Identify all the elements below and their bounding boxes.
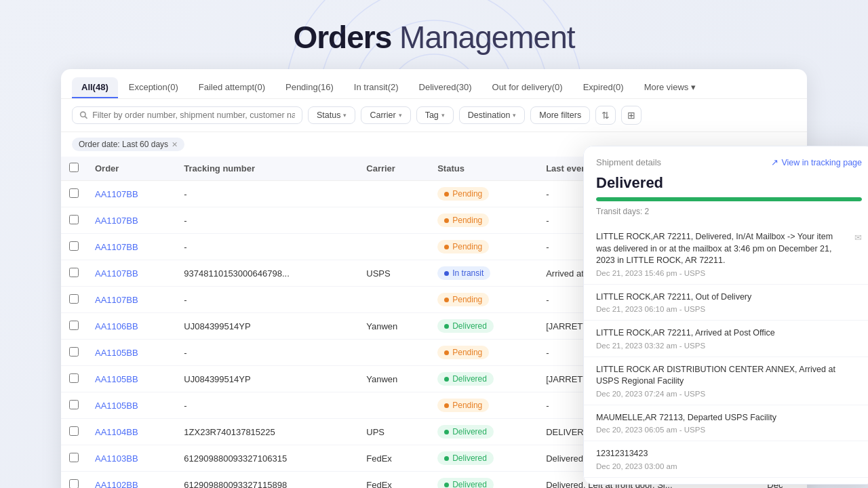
order-link-8[interactable]: AA1105BB: [95, 401, 138, 411]
order-link-2[interactable]: AA1107BB: [95, 242, 138, 252]
mail-icon: ✉: [854, 232, 862, 243]
tab-8[interactable]: More views ▾: [635, 77, 705, 98]
sort-icon-btn[interactable]: ⇅: [595, 106, 616, 125]
row-checkbox-1[interactable]: [69, 215, 79, 224]
col-status: Status: [429, 157, 538, 181]
status-badge-6: Pending: [437, 346, 489, 359]
tab-7[interactable]: Expired(0): [574, 77, 633, 98]
tracking-11: 612909880093327115898: [176, 472, 358, 489]
toolbar: Status ▾ Carrier ▾ Tag ▾ Destination ▾ M…: [61, 99, 807, 132]
timeline-item-6: Custom tracking info测试2测试2测试2测试2Custom t…: [584, 478, 868, 485]
chip-label: Order date: Last 60 days: [79, 140, 168, 149]
search-input[interactable]: [92, 110, 295, 120]
transit-days: Transit days: 2: [584, 204, 868, 222]
title-light: Management: [391, 20, 574, 55]
tab-0[interactable]: All(48): [72, 77, 118, 98]
search-wrap: [72, 106, 302, 124]
timeline-event-0: LITTLE ROCK,AR 72211, Delivered, In/At M…: [596, 231, 862, 267]
carrier-10: FedEx: [358, 445, 429, 472]
status-badge-5: Delivered: [437, 319, 494, 333]
order-link-3[interactable]: AA1107BB: [95, 268, 138, 279]
carrier-9: UPS: [358, 419, 429, 445]
carrier-7: Yanwen: [358, 366, 429, 392]
timeline-date-2: Dec 21, 2023 03:32 am - USPS: [596, 342, 862, 350]
page-wrapper: Orders Management All(48)Exception(0)Fai…: [0, 0, 868, 488]
carrier-8: [358, 392, 429, 419]
order-link-6[interactable]: AA1105BB: [95, 348, 138, 358]
row-checkbox-8[interactable]: [69, 400, 79, 409]
status-badge-11: Delivered: [437, 478, 494, 488]
order-link-4[interactable]: AA1107BB: [95, 295, 138, 305]
row-checkbox-5[interactable]: [69, 321, 79, 330]
status-badge-7: Delivered: [437, 372, 494, 386]
row-checkbox-10[interactable]: [69, 453, 79, 462]
view-tracking-label: View in tracking page: [781, 158, 862, 167]
carrier-filter-btn[interactable]: Carrier ▾: [361, 106, 410, 124]
more-filters-btn[interactable]: More filters: [530, 106, 590, 124]
row-checkbox-9[interactable]: [69, 426, 79, 436]
timeline-item-5: 12312313423 Dec 20, 2023 03:00 am: [584, 441, 868, 478]
tracking-9: 1ZX23R740137815225: [176, 419, 358, 445]
carrier-0: [358, 181, 429, 207]
row-checkbox-7[interactable]: [69, 373, 79, 383]
timeline-event-1: LITTLE ROCK,AR 72211, Out of Delivery: [596, 291, 862, 304]
row-checkbox-2[interactable]: [69, 241, 79, 251]
progress-bar-bg: [596, 197, 862, 201]
order-link-9[interactable]: AA1104BB: [95, 427, 138, 437]
status-badge-3: In transit: [437, 266, 490, 280]
tracking-1: -: [176, 207, 358, 234]
tracking-3: 93748110153000646798...: [176, 260, 358, 287]
row-checkbox-3[interactable]: [69, 268, 79, 277]
timeline-date-4: Dec 20, 2023 06:05 am - USPS: [596, 426, 862, 434]
timeline-item-4: MAUMELLE,AR 72113, Departed USPS Facilit…: [584, 405, 868, 442]
timeline-date-0: Dec 21, 2023 15:46 pm - USPS: [596, 269, 862, 277]
status-filter-btn[interactable]: Status ▾: [308, 106, 355, 124]
tracking-6: -: [176, 340, 358, 366]
svg-line-5: [85, 117, 87, 119]
row-checkbox-4[interactable]: [69, 294, 79, 304]
order-link-0[interactable]: AA1107BB: [95, 189, 138, 199]
tracking-5: UJ084399514YP: [176, 313, 358, 340]
shipment-panel: Shipment details ↗ View in tracking page…: [583, 146, 868, 485]
status-badge-10: Delivered: [437, 451, 494, 465]
page-title: Orders Management: [0, 19, 868, 56]
carrier-3: USPS: [358, 260, 429, 287]
select-all-checkbox[interactable]: [69, 163, 79, 172]
tabs-bar: All(48)Exception(0)Failed attempt(0)Pend…: [61, 69, 807, 99]
status-badge-2: Pending: [437, 240, 489, 253]
progress-bar-wrap: [584, 197, 868, 204]
tracking-4: -: [176, 287, 358, 313]
tab-1[interactable]: Exception(0): [119, 77, 188, 98]
col-tracking: Tracking number: [176, 157, 358, 181]
timeline-date-3: Dec 20, 2023 07:24 am - USPS: [596, 390, 862, 398]
chip-remove[interactable]: ✕: [172, 140, 178, 149]
tracking-10: 612909880093327106315: [176, 445, 358, 472]
tag-filter-btn[interactable]: Tag ▾: [416, 106, 454, 124]
tab-4[interactable]: In transit(2): [344, 77, 408, 98]
panel-header: Shipment details ↗ View in tracking page: [584, 146, 868, 173]
order-link-5[interactable]: AA1106BB: [95, 321, 138, 331]
row-checkbox-11[interactable]: [69, 479, 79, 489]
order-link-7[interactable]: AA1105BB: [95, 374, 138, 384]
status-badge-8: Pending: [437, 399, 489, 412]
destination-filter-btn[interactable]: Destination ▾: [459, 106, 526, 124]
status-badge-0: Pending: [437, 187, 489, 201]
timeline-event-4: MAUMELLE,AR 72113, Departed USPS Facilit…: [596, 412, 862, 424]
tab-6[interactable]: Out for delivery(0): [483, 77, 572, 98]
order-link-11[interactable]: AA1102BB: [95, 480, 138, 489]
page-header: Orders Management: [0, 0, 868, 69]
row-checkbox-0[interactable]: [69, 188, 79, 198]
tab-5[interactable]: Delivered(30): [410, 77, 481, 98]
order-link-10[interactable]: AA1103BB: [95, 453, 138, 464]
order-link-1[interactable]: AA1107BB: [95, 216, 138, 226]
panel-title: Shipment details: [596, 157, 661, 167]
tab-3[interactable]: Pending(16): [276, 77, 343, 98]
col-carrier: Carrier: [358, 157, 429, 181]
tab-2[interactable]: Failed attempt(0): [189, 77, 275, 98]
timeline-item-1: LITTLE ROCK,AR 72211, Out of Delivery De…: [584, 285, 868, 321]
carrier-5: Yanwen: [358, 313, 429, 340]
tracking-8: -: [176, 392, 358, 419]
row-checkbox-6[interactable]: [69, 347, 79, 357]
view-tracking-link[interactable]: ↗ View in tracking page: [771, 157, 862, 167]
columns-icon-btn[interactable]: ⊞: [621, 106, 642, 125]
